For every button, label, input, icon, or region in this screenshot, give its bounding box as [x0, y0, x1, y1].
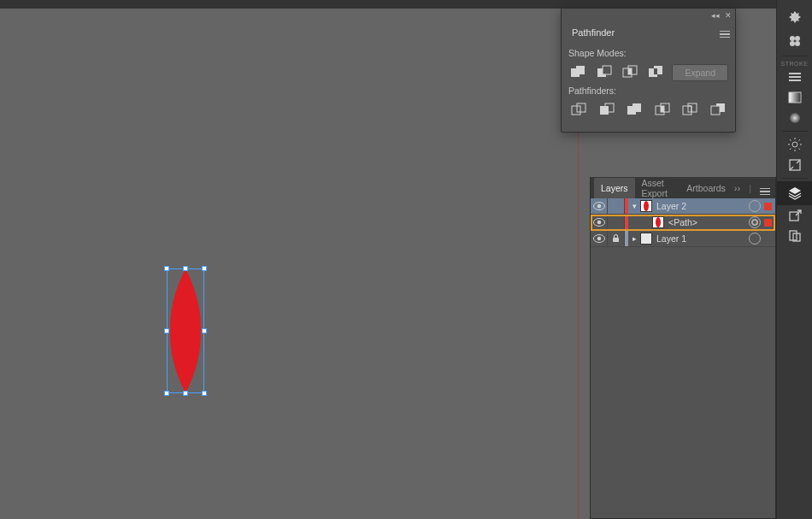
layer-thumb: [640, 200, 652, 212]
handle-mid-right[interactable]: [202, 328, 207, 333]
path-thumb: [652, 216, 664, 228]
selection-mark: [764, 219, 772, 227]
svg-rect-50: [790, 212, 798, 221]
visibility-toggle[interactable]: [591, 231, 608, 246]
svg-point-27: [597, 221, 601, 225]
svg-line-45: [790, 139, 791, 141]
separator: [782, 131, 808, 132]
svg-line-47: [790, 149, 791, 150]
handle-bot-left[interactable]: [164, 391, 169, 396]
crop-icon[interactable]: [777, 155, 813, 175]
clover-icon[interactable]: [777, 29, 813, 53]
selection-mark: [764, 203, 772, 210]
blur-ball-icon[interactable]: [777, 108, 813, 128]
visibility-toggle[interactable]: [591, 198, 608, 214]
handle-bot-mid[interactable]: [183, 391, 188, 396]
layers-list: ▾ Layer 2 <Path>: [591, 198, 775, 247]
handle-top-left[interactable]: [164, 266, 169, 271]
tab-artboards[interactable]: Artboards: [680, 178, 733, 198]
lock-toggle[interactable]: [608, 198, 625, 214]
intersect-button[interactable]: [621, 63, 639, 82]
svg-rect-30: [613, 238, 619, 242]
layer-row-layer2[interactable]: ▾ Layer 2: [591, 198, 775, 215]
handle-top-right[interactable]: [202, 266, 207, 271]
trim-button[interactable]: [597, 101, 618, 120]
svg-point-33: [790, 41, 795, 46]
svg-point-29: [597, 237, 601, 241]
panel-more-icon[interactable]: ››: [733, 181, 742, 195]
panel-menu-icon[interactable]: [718, 27, 732, 41]
target-icon[interactable]: [749, 200, 761, 212]
svg-rect-35: [789, 73, 801, 74]
handle-bot-right[interactable]: [202, 391, 207, 396]
expand-button: Expand: [672, 64, 728, 81]
layer-name[interactable]: Layer 2: [656, 201, 749, 211]
visibility-toggle[interactable]: [591, 215, 608, 230]
layer-row-path[interactable]: <Path>: [591, 215, 775, 231]
selection-mark: [764, 235, 772, 243]
target-icon[interactable]: [749, 233, 761, 245]
divide-button[interactable]: [568, 101, 590, 120]
selection-bounding-box[interactable]: [167, 268, 204, 393]
sun-icon[interactable]: [777, 134, 813, 155]
target-icon[interactable]: [749, 216, 761, 228]
collapse-icon[interactable]: ◂◂: [711, 12, 720, 20]
panel-menu-icon[interactable]: [758, 179, 772, 197]
shape-modes-label: Shape Modes:: [568, 48, 728, 58]
svg-point-34: [795, 41, 800, 46]
unite-button[interactable]: [568, 63, 587, 82]
svg-rect-38: [789, 92, 801, 103]
svg-point-39: [790, 113, 800, 123]
layer-row-layer1[interactable]: ▸ Layer 1: [591, 231, 775, 247]
layers-tabrow: Layers Asset Export Artboards ›› |: [591, 177, 775, 198]
layer-name[interactable]: Layer 1: [656, 233, 749, 244]
svg-rect-11: [600, 106, 609, 115]
pathfinders-label: Pathfinders:: [568, 86, 728, 96]
svg-rect-19: [688, 103, 697, 112]
crop-button[interactable]: [652, 101, 674, 120]
svg-rect-8: [654, 68, 657, 74]
merge-button[interactable]: [624, 101, 645, 120]
lock-toggle[interactable]: [608, 215, 625, 230]
tab-layers[interactable]: Layers: [594, 178, 635, 198]
outline-button[interactable]: [680, 101, 701, 120]
share-square-icon[interactable]: [777, 205, 813, 226]
recolor-icon[interactable]: [777, 5, 813, 29]
layer-color-bar: [625, 215, 628, 230]
svg-point-25: [597, 204, 601, 209]
svg-rect-10: [577, 103, 585, 112]
path-name[interactable]: <Path>: [668, 217, 749, 227]
bounding-rect: [167, 268, 204, 393]
minus-back-button[interactable]: [708, 101, 729, 120]
svg-rect-1: [576, 66, 585, 74]
artboards-icon[interactable]: [777, 226, 813, 246]
handle-top-mid[interactable]: [183, 266, 188, 271]
svg-rect-23: [711, 106, 720, 115]
layers-icon[interactable]: [777, 181, 813, 205]
svg-rect-14: [633, 103, 641, 112]
expand-toggle[interactable]: ▾: [628, 202, 640, 210]
lock-toggle[interactable]: [608, 231, 625, 246]
pathfinder-panel[interactable]: ◂◂ ✕ Pathfinder Shape Modes: Expand Path…: [561, 8, 736, 133]
svg-point-40: [792, 142, 797, 147]
separator: [782, 56, 808, 56]
gradient-swatch-icon[interactable]: [777, 87, 813, 108]
svg-line-46: [798, 149, 800, 150]
minus-front-button[interactable]: [594, 63, 613, 82]
hamburger-icon[interactable]: [777, 67, 813, 87]
svg-point-32: [795, 36, 800, 41]
layer-thumb: [640, 233, 652, 245]
panel-titlebar[interactable]: ◂◂ ✕: [562, 9, 735, 22]
layers-panel[interactable]: Layers Asset Export Artboards ›› | ▾ Lay…: [590, 177, 776, 519]
svg-line-48: [798, 139, 800, 141]
expand-toggle[interactable]: ▸: [628, 234, 640, 243]
svg-rect-9: [572, 106, 580, 115]
svg-rect-36: [789, 76, 801, 78]
panel-divider: |: [747, 181, 753, 195]
svg-rect-2: [603, 66, 611, 74]
handle-mid-left[interactable]: [164, 328, 169, 333]
close-icon[interactable]: ✕: [725, 12, 732, 20]
pathfinder-tab[interactable]: Pathfinder: [565, 24, 621, 41]
svg-rect-18: [683, 106, 691, 115]
exclude-button[interactable]: [646, 63, 665, 82]
